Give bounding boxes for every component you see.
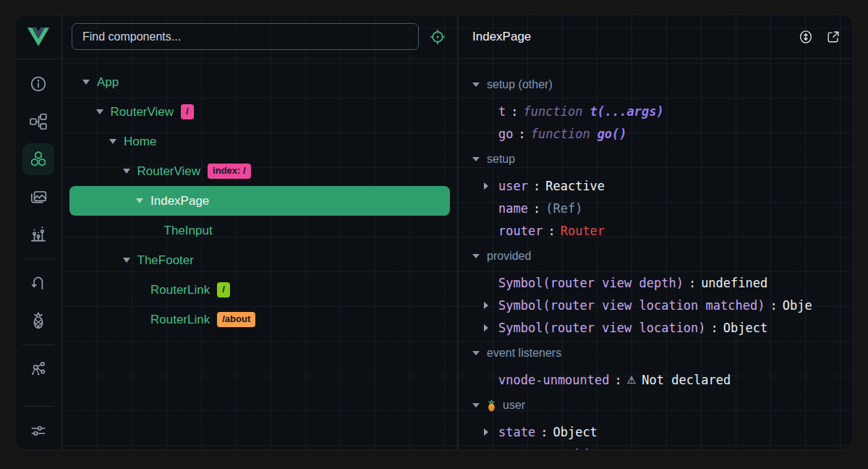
field-colon: : [548,224,555,238]
field-key: t [498,104,506,119]
field-value: Reactive [545,179,605,193]
tree-node-routerlink[interactable]: RouterLink/ [69,275,450,305]
field-colon: : [533,201,540,216]
section-header-setup-other-[interactable]: setup (other) [472,72,853,98]
settings-icon [29,421,48,440]
sidebar-item-assets[interactable] [22,181,54,213]
field-colon: : [770,298,777,313]
vue-logo [15,15,61,59]
expand-arrow-icon[interactable] [484,302,488,309]
state-field-name[interactable]: name:(Ref) [472,197,853,219]
state-sections: setup (other)t:functiont(...args)go:func… [458,59,853,449]
expand-arrow-icon[interactable] [82,80,90,85]
section-header-setup[interactable]: setup [472,146,853,172]
field-colon: : [511,104,518,119]
pinia-icon [29,311,48,330]
inspected-component-title: IndexPage [472,30,796,44]
sidebar-item-overview[interactable] [22,68,54,100]
component-name: IndexPage [150,194,209,208]
state-field-go[interactable]: go:functiongo() [472,122,853,145]
sidebar-item-components[interactable] [22,143,54,175]
tree-node-home[interactable]: Home [69,127,450,156]
field-colon: : [556,447,563,450]
tree-node-theinput[interactable]: TheInput [69,216,450,245]
state-section: providedSymbol(router view depth):undefi… [472,243,853,339]
warning-icon: ⚠ [627,374,637,386]
route-badge: /about [217,312,255,326]
expand-arrow-icon[interactable] [484,428,488,436]
component-name: TheFooter [137,253,194,268]
sidebar-item-router[interactable] [22,267,54,299]
state-field-state[interactable]: state:Object [472,421,853,443]
router-icon [29,274,48,292]
expand-arrow-icon[interactable] [136,198,143,203]
field-colon: : [518,127,525,141]
collapse-arrow-icon[interactable] [472,254,480,258]
section-label: provided [487,250,531,263]
inspector-panel: IndexPage setup (other)t:functiont(...ar… [458,15,853,449]
inspector-actions [796,28,843,46]
sidebar-item-settings[interactable] [22,415,54,447]
sidebar-item-pages[interactable] [22,106,54,138]
scroll-to-component-icon[interactable] [796,28,815,46]
collapse-arrow-icon[interactable] [472,403,480,407]
field-key: vnode-unmounted [498,373,610,387]
field-key: state [498,425,535,439]
state-field-getters[interactable]: getters:Object [472,443,853,449]
search-input[interactable] [72,23,419,50]
graph-icon [29,360,48,379]
tree-node-routerview[interactable]: RouterViewindex: / [69,156,450,186]
field-value: Router [561,224,605,238]
expand-arrow-icon[interactable] [484,182,488,190]
section-label: setup (other) [487,78,553,91]
timeline-icon [29,225,48,244]
component-tree: AppRouterView/HomeRouterViewindex: /Inde… [62,59,457,449]
sidebar-item-graph[interactable] [22,353,54,385]
state-field-t[interactable]: t:functiont(...args) [472,100,853,122]
expand-arrow-icon[interactable] [96,109,103,114]
section-label: user [503,399,525,412]
tree-node-routerview[interactable]: RouterView/ [69,97,450,127]
route-badge: / [181,104,194,119]
state-field-symbol-router-view-location-matched-[interactable]: Symbol(router view location matched):Obj… [472,294,853,316]
inspector-header: IndexPage [458,15,853,59]
collapse-arrow-icon[interactable] [472,351,480,355]
state-field-symbol-router-view-depth-[interactable]: Symbol(router view depth):undefined [472,271,853,294]
tree-node-indexpage[interactable]: IndexPage [69,186,450,216]
sidebar-item-pinia[interactable] [22,305,54,337]
tree-node-routerlink[interactable]: RouterLink/about [69,305,450,334]
components-toolbar [62,15,457,59]
state-field-vnode-unmounted[interactable]: vnode-unmounted:⚠Not declared [472,368,853,391]
field-key: Symbol(router view location matched) [498,298,765,313]
route-badge: index: / [208,164,251,178]
section-header-event-listeners[interactable]: event listeners [472,340,853,366]
field-key: user [498,179,528,193]
open-in-editor-icon[interactable] [824,28,843,46]
state-field-user[interactable]: user:Reactive [472,174,853,197]
expand-arrow-icon[interactable] [123,169,130,174]
field-value-keyword: function [524,104,583,119]
collapse-arrow-icon[interactable] [472,157,480,161]
field-value: go() [597,127,627,141]
component-name: RouterView [137,164,201,179]
section-label: setup [487,153,515,166]
activity-nav [15,59,61,449]
expand-arrow-icon[interactable] [484,324,488,331]
pinia-store-icon [485,400,498,412]
tree-node-thefooter[interactable]: TheFooter [69,245,450,275]
components-icon [29,150,48,169]
field-colon: : [540,425,548,439]
sidebar-item-timeline[interactable] [22,219,54,250]
state-field-router[interactable]: router:Router [472,219,853,242]
expand-arrow-icon[interactable] [123,258,130,263]
section-header-user[interactable]: user [472,392,853,418]
state-field-symbol-router-view-location-[interactable]: Symbol(router view location):Object [472,316,853,339]
target-icon[interactable] [427,27,448,47]
tree-node-app[interactable]: App [69,67,450,97]
field-value: undefined [701,276,767,290]
expand-arrow-icon[interactable] [109,139,116,144]
field-key: Symbol(router view depth) [498,276,684,290]
component-name: RouterLink [150,313,210,327]
collapse-arrow-icon[interactable] [472,83,480,87]
section-header-provided[interactable]: provided [472,243,853,269]
